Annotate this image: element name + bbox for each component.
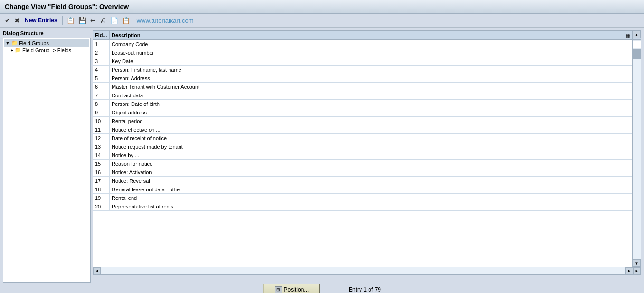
position-button[interactable]: ⊞ Position... <box>263 284 320 293</box>
table-container: Fld... Description ▦ ▲ 1 Company Code 2 … <box>93 30 641 275</box>
table-row[interactable]: 4 Person: First name, last name <box>93 66 632 74</box>
cell-desc: Date of receipt of notice <box>110 134 632 142</box>
horizontal-scrollbar: ◄ ► ► <box>93 267 641 274</box>
h-scroll-right-btn2[interactable]: ► <box>633 267 641 275</box>
cell-fld: 5 <box>93 74 110 82</box>
bullet-icon: ▸ <box>11 47 13 53</box>
cell-desc: Rental end <box>110 194 632 202</box>
cell-fld: 20 <box>93 202 110 210</box>
col-settings-icon[interactable]: ▦ <box>624 31 632 39</box>
table-row[interactable]: 20 Representative list of rents <box>93 202 632 211</box>
table-row[interactable]: 3 Key Date <box>93 57 632 66</box>
clipboard-btn[interactable]: 📋 <box>121 16 131 25</box>
position-label: Position... <box>284 286 309 293</box>
cell-fld: 15 <box>93 160 110 168</box>
save-btn[interactable]: 💾 <box>77 16 87 25</box>
cell-desc: Lease-out number <box>110 48 632 57</box>
cell-fld: 17 <box>93 177 110 185</box>
undo-btn[interactable]: ↩ <box>89 16 97 25</box>
sidebar-item-field-group-fields[interactable]: ▸ 📁 Field Group -> Fields <box>10 47 89 54</box>
scroll-down-btn[interactable]: ▼ <box>633 259 641 267</box>
cell-fld: 1 <box>93 40 110 48</box>
table-row[interactable]: 9 Object address <box>93 108 632 117</box>
table-row[interactable]: 7 Contract data <box>93 91 632 100</box>
table-row[interactable]: 10 Rental period <box>93 117 632 125</box>
cell-desc: Contract data <box>110 91 632 99</box>
table-row[interactable]: 5 Person: Address <box>93 74 632 83</box>
main-content: Dialog Structure ▼ 📁 Field Groups ▸ 📁 Fi… <box>0 28 644 278</box>
cell-desc: Person: First name, last name <box>110 66 632 74</box>
cell-fld: 14 <box>93 151 110 159</box>
cell-fld: 9 <box>93 108 110 116</box>
h-scroll-left-btn[interactable]: ◄ <box>93 267 101 275</box>
print-btn[interactable]: 🖨 <box>99 16 107 25</box>
cell-desc: Key Date <box>110 57 632 65</box>
table-row[interactable]: 11 Notice effective on ... <box>93 125 632 134</box>
cross-btn[interactable]: ✖ <box>13 16 21 25</box>
cell-fld: 4 <box>93 66 110 74</box>
check-btn[interactable]: ✔ <box>4 16 11 25</box>
table-area: Fld... Description ▦ ▲ 1 Company Code 2 … <box>93 30 641 275</box>
sidebar-title: Dialog Structure <box>3 30 91 36</box>
h-scroll-right-btn[interactable]: ► <box>625 267 633 275</box>
col-fld-header: Fld... <box>93 31 110 39</box>
table-row[interactable]: 1 Company Code <box>93 40 632 48</box>
table-row[interactable]: 12 Date of receipt of notice <box>93 134 632 142</box>
cell-fld: 10 <box>93 117 110 125</box>
scroll-up-btn[interactable]: ▲ <box>633 31 641 38</box>
position-icon: ⊞ <box>275 286 282 293</box>
cell-fld: 3 <box>93 57 110 65</box>
cell-desc: Company Code <box>110 40 632 48</box>
cell-fld: 8 <box>93 100 110 108</box>
cell-fld: 13 <box>93 142 110 151</box>
cell-fld: 2 <box>93 48 110 57</box>
table-row[interactable]: 13 Notice request made by tenant <box>93 142 632 151</box>
folder-icon-2: 📁 <box>15 47 21 53</box>
scroll-thumb[interactable] <box>633 49 641 59</box>
table-row[interactable]: 8 Person: Date of birth <box>93 100 632 108</box>
cell-fld: 7 <box>93 91 110 99</box>
cell-desc: Rental period <box>110 117 632 125</box>
cell-desc: Reason for notice <box>110 160 632 168</box>
sidebar-item-label: Field Groups <box>19 40 49 46</box>
cell-fld: 6 <box>93 83 110 91</box>
separator-1 <box>62 16 63 25</box>
cell-fld: 19 <box>93 194 110 202</box>
table-row[interactable]: 2 Lease-out number <box>93 48 632 57</box>
new-entries-button[interactable]: New Entries <box>23 16 59 25</box>
cell-desc: Notice effective on ... <box>110 125 632 133</box>
cell-desc: Master Tenant with Customer Account <box>110 83 632 91</box>
toolbar: ✔ ✖ New Entries 📋 💾 ↩ 🖨 📄 📋 www.tutorial… <box>0 14 644 28</box>
cell-desc: General lease-out data - other <box>110 185 632 193</box>
folder-icon: 📁 <box>11 40 18 46</box>
entry-info: Entry 1 of 79 <box>349 286 381 293</box>
table-row[interactable]: 6 Master Tenant with Customer Account <box>93 83 632 91</box>
cell-fld: 12 <box>93 134 110 142</box>
scroll-checkbox <box>633 41 641 48</box>
sidebar: Dialog Structure ▼ 📁 Field Groups ▸ 📁 Fi… <box>3 30 91 275</box>
table-row[interactable]: 17 Notice: Reversal <box>93 177 632 185</box>
table-row[interactable]: 15 Reason for notice <box>93 160 632 168</box>
scroll-track <box>633 49 641 259</box>
cell-desc: Representative list of rents <box>110 202 632 210</box>
table-row[interactable]: 18 General lease-out data - other <box>93 185 632 194</box>
doc-btn[interactable]: 📄 <box>109 16 119 25</box>
sidebar-tree: ▼ 📁 Field Groups ▸ 📁 Field Group -> Fiel… <box>3 38 91 283</box>
grid-icon: ▦ <box>626 33 630 38</box>
cell-desc: Object address <box>110 108 632 116</box>
sidebar-item-field-groups[interactable]: ▼ 📁 Field Groups <box>4 39 89 47</box>
cell-desc: Notice: Reversal <box>110 177 632 185</box>
page-title: Change View "Field Groups": Overview <box>5 3 129 10</box>
expand-icon: ▼ <box>5 40 10 46</box>
col-desc-header: Description <box>110 31 624 39</box>
table-header: Fld... Description ▦ ▲ <box>93 31 641 40</box>
cell-desc: Notice by ... <box>110 151 632 159</box>
h-scroll-track[interactable] <box>101 267 625 274</box>
table-row[interactable]: 16 Notice: Activation <box>93 168 632 177</box>
copy-btn[interactable]: 📋 <box>66 16 76 25</box>
table-scroll-area[interactable]: 1 Company Code 2 Lease-out number 3 Key … <box>93 40 632 267</box>
cell-fld: 18 <box>93 185 110 193</box>
table-row[interactable]: 14 Notice by ... <box>93 151 632 160</box>
table-row[interactable]: 19 Rental end <box>93 194 632 202</box>
cell-fld: 16 <box>93 168 110 176</box>
